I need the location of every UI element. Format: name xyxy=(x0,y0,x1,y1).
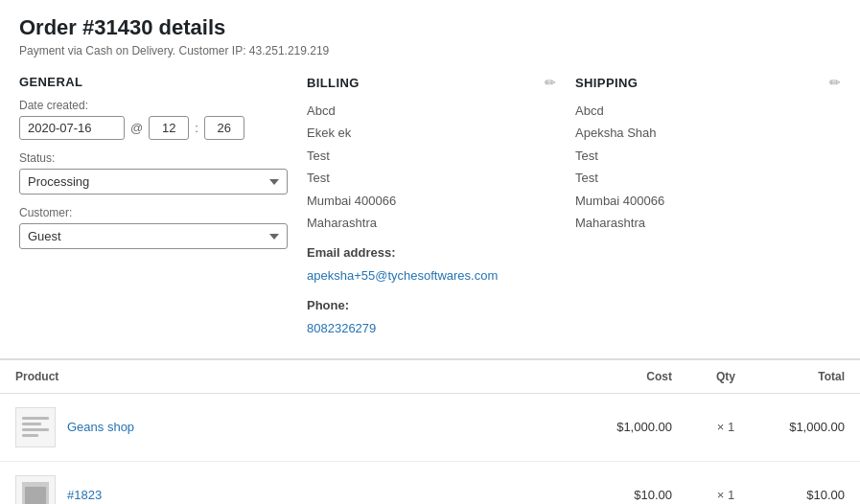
shipping-edit-icon[interactable]: ✏ xyxy=(829,75,841,90)
at-label: @ xyxy=(130,121,143,135)
col-qty-header: Qty xyxy=(687,359,764,393)
billing-email-link[interactable]: apeksha+55@tychesoftwares.com xyxy=(307,268,498,283)
table-row: Geans shop $1,000.00 × 1 $1,000.00 xyxy=(0,393,860,461)
col-total-header: Total xyxy=(764,359,860,393)
billing-address: Abcd Ekek ek Test Test Mumbai 400066 Mah… xyxy=(307,100,556,339)
status-select[interactable]: Processing xyxy=(19,169,288,195)
col-product-header: Product xyxy=(0,359,572,393)
shipping-heading: Shipping xyxy=(575,76,638,90)
page-title: Order #31430 details xyxy=(19,15,841,40)
table-row: #1823 $10.00 × 1 $10.00 xyxy=(0,461,860,504)
product-total: $1,000.00 xyxy=(764,393,860,461)
product-link[interactable]: #1823 xyxy=(67,488,102,502)
billing-heading: Billing xyxy=(307,76,360,90)
time-separator: : xyxy=(195,121,198,135)
general-heading: General xyxy=(19,75,288,89)
shipping-address: Abcd Apeksha Shah Test Test Mumbai 40006… xyxy=(575,100,841,234)
customer-label: Customer: xyxy=(19,206,288,219)
order-subtitle: Payment via Cash on Delivery. Customer I… xyxy=(19,44,841,57)
hour-input[interactable] xyxy=(149,116,189,140)
product-thumbnail xyxy=(15,475,56,504)
billing-edit-icon[interactable]: ✏ xyxy=(545,75,556,90)
date-input[interactable] xyxy=(19,116,125,140)
product-cost: $10.00 xyxy=(572,461,687,504)
product-thumbnail xyxy=(15,407,56,447)
product-link[interactable]: Geans shop xyxy=(67,420,134,434)
status-label: Status: xyxy=(19,151,288,165)
col-cost-header: Cost xyxy=(572,359,687,393)
customer-select[interactable]: Guest xyxy=(19,223,288,249)
product-cost: $1,000.00 xyxy=(572,393,687,461)
minute-input[interactable] xyxy=(204,116,244,140)
product-total: $10.00 xyxy=(764,461,860,504)
product-table: Product Cost Qty Total Geans shop xyxy=(0,359,860,504)
date-label: Date created: xyxy=(19,99,288,112)
product-qty: × 1 xyxy=(687,461,764,504)
product-qty: × 1 xyxy=(687,393,764,461)
billing-phone-link[interactable]: 8082326279 xyxy=(307,321,376,335)
